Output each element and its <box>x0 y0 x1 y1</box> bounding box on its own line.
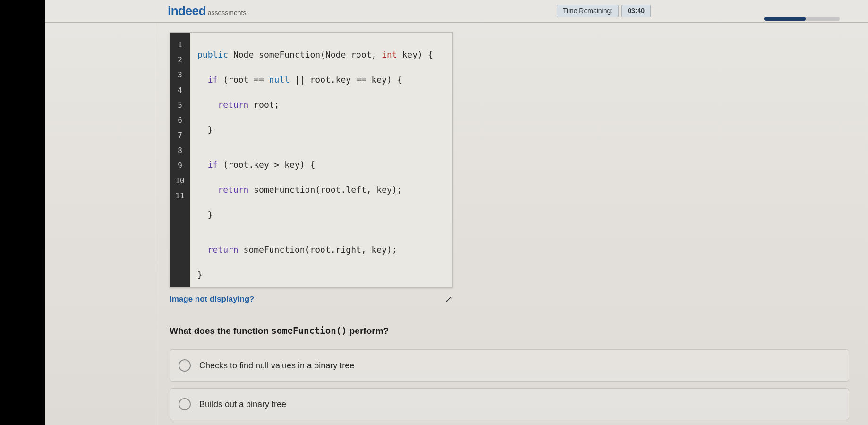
code-text: || root.key == key) { <box>289 75 402 85</box>
time-remaining: Time Remaining: 03:40 <box>557 5 651 17</box>
line-number: 4 <box>170 83 190 98</box>
code-text: (root.key > key) { <box>218 160 315 170</box>
code-text: someFunction(root.right, key); <box>238 245 397 255</box>
expand-icon[interactable]: ⤢ <box>444 293 453 306</box>
logo-secondary: assessments <box>208 9 247 17</box>
line-number: 6 <box>170 113 190 128</box>
radio-icon <box>179 359 191 372</box>
keyword: if <box>208 75 218 85</box>
line-number: 2 <box>170 52 190 68</box>
code-block: 1 2 3 4 5 6 7 8 9 10 11 public Node some… <box>170 32 453 288</box>
line-number: 5 <box>170 98 190 113</box>
keyword: null <box>269 75 289 85</box>
code-content: public Node someFunction(Node root, int … <box>190 33 452 287</box>
code-text: root; <box>248 100 279 110</box>
code-text: key) { <box>397 50 433 60</box>
keyword: public <box>197 50 228 60</box>
line-number: 11 <box>170 188 190 204</box>
answer-option-1[interactable]: Checks to find null values in a binary t… <box>170 349 849 382</box>
assessment-screen: indeed assessments Time Remaining: 03:40… <box>45 0 868 425</box>
code-text: } <box>197 270 203 280</box>
line-number: 1 <box>170 37 190 52</box>
line-number: 8 <box>170 143 190 158</box>
code-text: someFunction(root.left, key); <box>248 185 402 195</box>
keyword: if <box>208 160 218 170</box>
time-value: 03:40 <box>621 5 651 17</box>
image-not-displaying-link[interactable]: Image not displaying? <box>170 295 254 304</box>
top-bar: indeed assessments Time Remaining: 03:40 <box>45 0 868 23</box>
indeed-logo: indeed assessments <box>168 4 247 18</box>
keyword: return <box>218 100 248 110</box>
line-number: 10 <box>170 173 190 188</box>
image-link-row: Image not displaying? ⤢ <box>170 293 453 306</box>
func-name: someFunction <box>259 50 320 60</box>
time-label: Time Remaining: <box>557 5 619 17</box>
question-suffix: perform? <box>347 326 389 336</box>
line-number: 9 <box>170 158 190 173</box>
keyword: return <box>218 185 248 195</box>
keyword: return <box>208 245 238 255</box>
question-func: someFunction() <box>271 325 347 336</box>
type: Node <box>233 50 254 60</box>
logo-primary: indeed <box>168 4 206 18</box>
answer-option-2[interactable]: Builds out a binary tree <box>170 388 849 420</box>
line-number: 3 <box>170 68 190 83</box>
answer-options: Checks to find null values in a binary t… <box>170 349 849 425</box>
keyword: int <box>382 50 397 60</box>
progress-bar <box>764 17 840 21</box>
code-text: (root == <box>218 75 269 85</box>
line-number-gutter: 1 2 3 4 5 6 7 8 9 10 11 <box>170 33 190 287</box>
radio-icon <box>179 398 191 410</box>
option-label: Builds out a binary tree <box>199 400 286 409</box>
question-text: What does the function someFunction() pe… <box>170 325 849 336</box>
progress-fill <box>764 17 806 21</box>
code-text: } <box>208 125 213 135</box>
content-area: 1 2 3 4 5 6 7 8 9 10 11 public Node some… <box>156 23 868 425</box>
question-prefix: What does the function <box>170 326 271 336</box>
line-number: 7 <box>170 128 190 143</box>
code-text: (Node root, <box>320 50 382 60</box>
code-text: } <box>208 210 213 220</box>
option-label: Checks to find null values in a binary t… <box>199 361 354 371</box>
